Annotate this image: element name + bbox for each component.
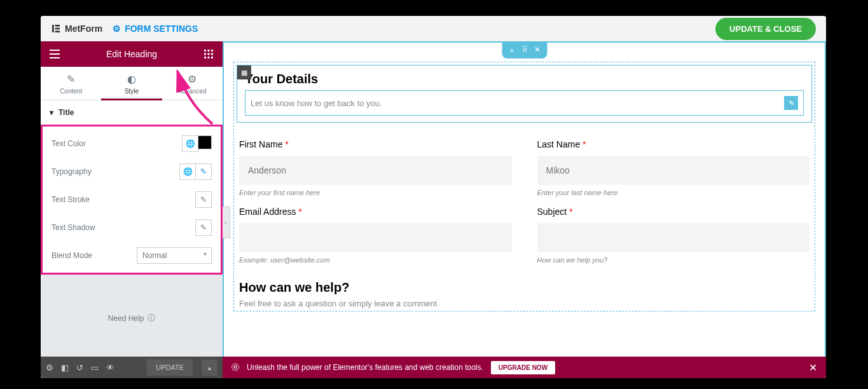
widget-handle-icon[interactable]: ▦	[237, 65, 251, 79]
sidebar-header: Edit Heading	[41, 41, 223, 67]
color-swatch[interactable]	[198, 135, 212, 149]
navigator-icon[interactable]: ◧	[61, 363, 69, 372]
svg-rect-15	[211, 57, 213, 58]
apps-icon[interactable]	[202, 48, 215, 60]
svg-rect-11	[207, 53, 209, 55]
svg-rect-7	[204, 50, 206, 51]
heading-title: Your Details	[245, 72, 804, 86]
helper-text: Example: user@website.com	[239, 256, 512, 264]
caret-down-icon: ▾	[50, 108, 53, 117]
responsive-icon[interactable]: ▭	[91, 363, 99, 372]
svg-rect-13	[204, 57, 206, 58]
history-icon[interactable]: ↺	[76, 363, 83, 372]
contrast-icon: ◐	[101, 73, 162, 85]
field-subject: Subject * How can we help you?	[537, 207, 810, 264]
update-button[interactable]: UPDATE	[147, 359, 193, 376]
update-close-button[interactable]: UPDATE & CLOSE	[715, 18, 816, 40]
menu-icon[interactable]	[48, 48, 61, 60]
globe-icon[interactable]: 🌐	[179, 163, 196, 180]
section-toolbar: ＋ ⠿ ✕	[502, 43, 547, 58]
svg-rect-12	[211, 53, 213, 55]
grid-icon[interactable]: ⠿	[522, 45, 528, 56]
svg-rect-3	[55, 31, 60, 32]
row-text-shadow: Text Shadow ✎	[52, 219, 212, 236]
form-settings-link[interactable]: ⚙ FORM SETTINGS	[113, 24, 198, 34]
svg-rect-6	[50, 57, 60, 58]
email-input[interactable]	[239, 223, 512, 252]
helper-text: Enter your last name here	[537, 189, 810, 196]
upgrade-button[interactable]: UPGRADE NOW	[491, 361, 555, 374]
row-text-color: Text Color 🌐	[52, 135, 212, 152]
elementor-badge-icon: ⓔ	[231, 362, 239, 373]
subject-input[interactable]	[537, 223, 810, 252]
field-last-name: Last Name * Enter your last name here	[537, 139, 810, 196]
preview-icon[interactable]: 👁	[106, 363, 114, 372]
section-help: How can we help? Feel free to ask a ques…	[237, 280, 812, 308]
brand-logo: MetForm	[51, 24, 102, 34]
row-blend-mode: Blend Mode Normal	[52, 247, 212, 264]
top-header: MetForm ⚙ FORM SETTINGS UPDATE & CLOSE	[41, 16, 826, 41]
svg-rect-1	[55, 25, 60, 27]
promo-bar: ⓔ Unleash the full power of Elementor's …	[223, 357, 826, 378]
blend-mode-select[interactable]: Normal	[137, 247, 212, 264]
need-help-link[interactable]: Need Helpⓘ	[41, 313, 223, 324]
section[interactable]: ＋ ⠿ ✕ ▦ Your Details Let us know how to …	[223, 41, 826, 378]
editor-modal: MetForm ⚙ FORM SETTINGS UPDATE & CLOSE E…	[41, 16, 826, 378]
gear-icon: ⚙	[113, 24, 121, 34]
globe-icon[interactable]: 🌐	[182, 135, 198, 152]
last-name-input[interactable]	[537, 156, 810, 185]
add-icon[interactable]: ＋	[508, 45, 516, 56]
edit-icon[interactable]: ✎	[195, 219, 212, 236]
heading-subtitle: Let us know how to get back to you. ✎	[245, 90, 804, 116]
edit-icon[interactable]: ✎	[195, 191, 212, 208]
edit-icon[interactable]: ✎	[784, 96, 798, 110]
svg-rect-8	[207, 50, 209, 51]
promo-text: Unleash the full power of Elementor's fe…	[247, 363, 483, 372]
svg-rect-4	[50, 50, 60, 51]
row-text-stroke: Text Stroke ✎	[52, 191, 212, 208]
svg-rect-14	[207, 57, 209, 58]
brand-text: MetForm	[65, 24, 102, 34]
edit-icon[interactable]: ✎	[195, 163, 212, 180]
style-panel: Text Color 🌐 Typography 🌐 ✎ Text Stroke	[41, 125, 223, 275]
elementor-icon	[51, 24, 61, 34]
field-first-name: First Name * Enter your first name here	[239, 139, 512, 196]
help-icon: ⓘ	[148, 313, 155, 324]
field-email: Email Address * Example: user@website.co…	[239, 207, 512, 264]
tab-content[interactable]: ✎Content	[41, 67, 101, 100]
accordion-title[interactable]: ▾Title	[41, 100, 223, 125]
svg-rect-9	[211, 50, 213, 51]
update-options-button[interactable]: ▴	[202, 360, 217, 376]
heading-widget[interactable]: ▦ Your Details Let us know how to get ba…	[237, 65, 812, 123]
section2-title: How can we help?	[239, 280, 809, 295]
form-grid: First Name * Enter your first name here …	[237, 139, 812, 264]
svg-rect-10	[204, 53, 206, 55]
canvas: ‹ ＋ ⠿ ✕ ▦ Your Details Let us know how t…	[223, 41, 826, 378]
svg-rect-0	[52, 25, 54, 32]
sidebar-tabs: ✎Content ◐Style ⚙Advanced	[41, 67, 223, 100]
settings-icon[interactable]: ⚙	[46, 363, 53, 372]
svg-rect-5	[50, 53, 60, 55]
sidebar: Edit Heading ✎Content ◐Style ⚙Advanced ▾…	[41, 41, 223, 378]
helper-text: How can we help you?	[537, 256, 810, 264]
collapse-sidebar-button[interactable]: ‹	[223, 207, 230, 238]
pencil-icon: ✎	[41, 73, 101, 85]
first-name-input[interactable]	[239, 156, 512, 185]
sidebar-footer: ⚙ ◧ ↺ ▭ 👁 UPDATE ▴	[41, 357, 223, 378]
sidebar-title: Edit Heading	[106, 49, 157, 59]
tab-style[interactable]: ◐Style	[101, 67, 162, 100]
helper-text: Enter your first name here	[239, 189, 512, 196]
gear-icon: ⚙	[162, 73, 223, 85]
close-icon[interactable]: ✕	[534, 45, 541, 56]
tab-advanced[interactable]: ⚙Advanced	[162, 67, 223, 100]
row-typography: Typography 🌐 ✎	[52, 163, 212, 180]
section2-sub: Feel free to ask a question or simply le…	[239, 299, 809, 308]
svg-rect-2	[55, 28, 60, 30]
column[interactable]: ▦ Your Details Let us know how to get ba…	[233, 62, 815, 311]
close-icon[interactable]: ✕	[809, 362, 817, 374]
